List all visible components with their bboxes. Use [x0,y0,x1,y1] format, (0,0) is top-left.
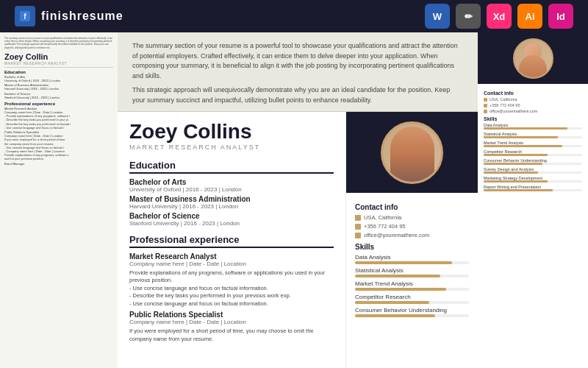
mini-exp-title: Professional experience [4,102,113,106]
contact-dot-email [355,233,361,238]
photo-body [390,127,434,182]
rp-bar-6-bg [484,171,582,174]
resume-sidebar: Contact info USA, California +356 772 40… [345,112,478,368]
skill-consumer-label: Consumer Behavior Understanding [355,307,469,314]
skill-market-trend: Market Trend Analysis [355,280,469,291]
rp-bar-8-bg [484,189,582,191]
rp-skill-4: Competitor Research [484,149,582,156]
rp-skill-7: Marketing Strategy Development [484,176,582,183]
mini-education-title: Education [4,70,113,74]
edu-2-degree: Master of Business Administration [129,195,334,203]
rp-bar-4-bg [484,154,582,156]
rp-bar-6-fill [484,171,538,174]
skills-section-title: Skills [355,243,469,251]
edu-3-school: Stanford University | 2016 - 2023 | Lond… [129,220,334,227]
skill-statistical-label: Statistical Analysis [355,267,469,274]
middle-content: The summary section of your resume is a … [118,32,478,368]
mini-resume-title: MARKET RESEARCH ANALYST [4,61,113,68]
mini-exp-2: Public Relations SpecialistCompany name … [4,130,113,161]
skill-data-analysis: Data Analysis [355,254,469,264]
description-area: The summary section of your resume is a … [118,32,478,112]
rp-contact-3-text: office@youremailhere.com [490,109,537,113]
mini-edu-3: Bachelor of ScienceStanford University |… [4,92,113,99]
rp-skill-5: Consumer Behavior Understanding [484,158,582,165]
skill-data-analysis-bar-fill [355,261,452,264]
contact-dot-location [355,215,361,221]
rp-info: Contact info USA, California +358 772 40… [478,84,588,197]
app-icons: W ✏ Xd Ai Id [425,4,573,29]
experience-section-title: Professional experience [129,234,334,248]
rp-skill-3: Market Trend Analysis [484,141,582,147]
skill-data-analysis-bar-bg [355,261,469,264]
ai-icon-btn[interactable]: Ai [517,4,542,29]
skill-statistical-bar-fill [355,275,440,277]
rp-contact-1-text: USA, California [490,97,517,102]
word-icon-btn[interactable]: W [425,4,450,29]
rp-body [519,55,547,77]
rp-skills-title: Skills [484,116,582,121]
rp-bar-4-fill [484,154,548,156]
exp-entry-1: Market Research Analyst Company name her… [129,252,334,308]
resume-main-body: Zoey Collins MARKET RESEARCH ANALYST Edu… [118,112,345,368]
left-preview: The summary section of your resume is a … [0,32,118,368]
rp-skill-1: Data Analysis [484,123,582,130]
resume-preview: Zoey Collins MARKET RESEARCH ANALYST Edu… [118,112,478,368]
rp-bar-2-bg [484,136,582,138]
resume-name: Zoey Collins [129,121,334,144]
skill-statistical: Statistical Analysis [355,267,469,277]
skill-market-trend-bar-fill [355,288,446,291]
skill-data-analysis-label: Data Analysis [355,254,469,261]
right-preview: Contact info USA, California +358 772 40… [478,32,588,368]
pen-icon-btn[interactable]: ✏ [456,4,481,29]
rp-dot-1 [484,98,487,102]
logo-area: f finishresume [15,6,123,26]
skill-consumer-bar-fill [355,314,435,317]
top-bar: f finishresume W ✏ Xd Ai Id [0,0,588,32]
edu-1-degree: Bachelor of Arts [129,178,334,186]
exp-1-title: Market Research Analyst [129,252,334,261]
contact-location: USA, California [355,214,469,221]
contact-email: office@youremailhere.com [355,232,469,238]
exp-1-desc: Provide explanations of any programs, so… [129,269,334,308]
mini-edu-2: Master of Business AdministrationHarvard… [4,83,113,91]
contact-phone-text: +356 772 404 95 [364,223,406,230]
skill-statistical-bar-bg [355,275,469,277]
description-p2: This strategic approach will unequivocal… [132,85,463,105]
description-p1: The summary section of your resume is a … [132,41,463,81]
exp-2-meta: Company name here | Date - Date | Locati… [129,319,334,325]
skill-competitor: Competitor Research [355,294,469,304]
mini-exp-3: Brand Manager [4,162,113,166]
sidebar-photo-area [346,112,478,193]
skill-competitor-label: Competitor Research [355,294,469,300]
edu-entry-1: Bachelor of Arts University of Oxford | … [129,178,334,193]
skill-consumer-bar-bg [355,314,469,317]
rp-bar-5-fill [484,163,542,165]
rp-skill-8: Report Writing and Presentation [484,185,582,191]
rp-dot-2 [484,104,487,107]
mini-resume-name: Zoey Collin [4,52,113,61]
rp-contact-3: office@youremailhere.com [484,109,582,113]
edu-3-degree: Bachelor of Science [129,212,334,220]
rp-contact-title: Contact info [484,91,582,96]
skill-consumer: Consumer Behavior Understanding [355,307,469,317]
logo-icon: f [15,6,35,26]
xd-icon-btn[interactable]: Xd [487,4,512,29]
contact-phone: +356 772 404 95 [355,223,469,230]
rp-skill-6: Survey Design and Analysis [484,167,582,174]
rp-photo-circle [513,38,553,79]
id-icon-btn[interactable]: Id [548,4,573,29]
education-section-title: Education [129,160,334,174]
resume-job-title: MARKET RESEARCH ANALYST [129,144,334,151]
contact-location-text: USA, California [364,214,401,221]
rp-bar-2-fill [484,136,558,138]
contact-email-text: office@youremailhere.com [364,232,429,238]
contact-section-title: Contact info [355,203,469,211]
exp-2-desc: If you were employed for a short period … [129,328,334,343]
exp-1-meta: Company name here | Date - Date | Locati… [129,261,334,267]
mini-desc-text: The summary section of your resume is a … [4,37,113,49]
edu-entry-3: Bachelor of Science Stanford University … [129,212,334,227]
rp-bar-3-bg [484,145,582,147]
skill-competitor-bar-fill [355,301,429,304]
rp-bar-5-bg [484,163,582,165]
edu-entry-2: Master of Business Administration Harvar… [129,195,334,210]
